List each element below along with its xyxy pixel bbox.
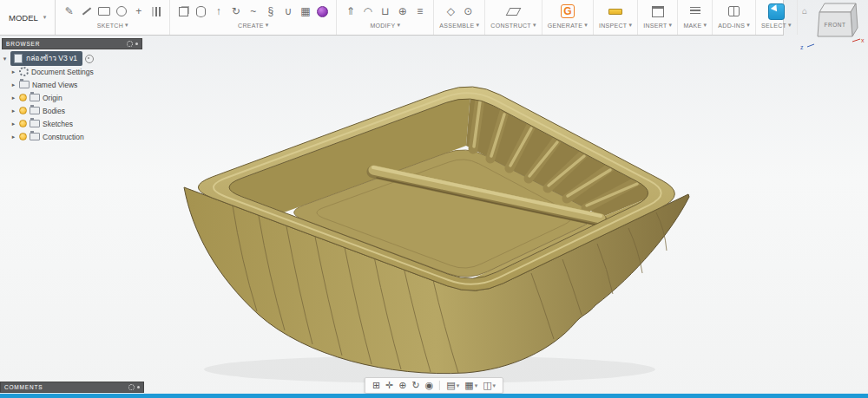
expander-icon[interactable]: ▾ (2, 55, 8, 62)
sweep-icon[interactable]: ~ (245, 3, 261, 20)
toolbar-group-label[interactable]: CONSTRUCT▾ (490, 22, 536, 29)
toolbar-group-label[interactable]: INSERT▾ (643, 22, 672, 29)
toolbar-group-label[interactable]: GENERATE▾ (548, 22, 588, 29)
comments-panel: COMMENTS (0, 382, 144, 393)
create-sketch-icon[interactable]: ✎ (61, 3, 77, 20)
toolbar-group-label[interactable]: INSPECT▾ (599, 22, 632, 29)
toolbar-group-inspect: INSPECT▾ (594, 0, 638, 35)
box-primitive-icon[interactable] (175, 3, 192, 20)
toolbar-icon-row: ◇⊙ (443, 2, 477, 21)
zoom-icon[interactable]: ⊕ (397, 380, 408, 391)
line-icon[interactable] (78, 3, 95, 20)
press-pull-icon[interactable]: ⇑ (342, 3, 358, 20)
toolbar-group-label[interactable]: ASSEMBLE▾ (439, 22, 479, 29)
select-cursor-icon[interactable] (768, 3, 785, 20)
tree-item-label: Origin (43, 94, 62, 102)
expander-icon[interactable]: ▸ (10, 95, 16, 101)
construction-plane-icon[interactable] (505, 3, 522, 20)
visibility-bulb-icon[interactable] (19, 133, 27, 140)
chevron-down-icon: ▾ (788, 22, 792, 29)
extrude-icon[interactable]: ↑ (210, 3, 227, 20)
visibility-bulb-icon[interactable] (19, 94, 27, 101)
toolbar-icon-row: ↑↻~§∪▦ (175, 2, 331, 21)
panel-handle-icon[interactable] (137, 386, 140, 388)
chevron-down-icon: ▾ (43, 14, 47, 21)
viewcube-top-face[interactable] (819, 3, 856, 12)
3d-print-icon[interactable] (687, 3, 703, 20)
create-form-icon[interactable] (314, 3, 331, 20)
mirror-icon[interactable] (148, 3, 164, 20)
shell-icon[interactable]: ⊔ (377, 3, 393, 20)
display-settings-icon[interactable]: ▤▾ (444, 380, 461, 391)
folder-icon (30, 94, 40, 101)
expander-icon[interactable]: ▸ (10, 82, 16, 88)
z-axis-label: z (800, 44, 804, 50)
viewports-icon[interactable]: ◫▾ (481, 380, 497, 391)
toolbar-group-addins: ADD-INS▾ (713, 0, 756, 35)
pattern-icon[interactable]: ▦ (297, 3, 313, 20)
toolbar-icon-row (649, 2, 666, 21)
rectangle-icon[interactable] (95, 3, 112, 20)
toolbar-group-label[interactable]: SKETCH▾ (97, 22, 128, 29)
orbit-icon[interactable]: ↻ (411, 380, 422, 391)
expander-icon[interactable]: ▸ (10, 69, 16, 75)
toolbar: MODEL ▾ ✎+SKETCH▾↑↻~§∪▦CREATE▾⇑◠⊔⊕≡MODIF… (0, 0, 784, 36)
browser-header[interactable]: BROWSER (2, 38, 142, 49)
chevron-down-icon: ▾ (457, 382, 460, 389)
z-axis-line (807, 44, 814, 47)
document-root-item[interactable]: กล่องข้าว V3 v1 (10, 51, 82, 66)
view-cube[interactable]: ⌂ FRONT x z (797, 2, 865, 57)
gear-icon[interactable] (128, 384, 135, 390)
workspace-label: MODEL (9, 13, 38, 23)
tree-item-construction[interactable]: ▸Construction (2, 130, 142, 143)
chevron-down-icon: ▾ (669, 22, 673, 29)
coil-icon[interactable]: § (262, 3, 279, 20)
fillet-icon[interactable]: ◠ (359, 3, 376, 20)
combine-icon[interactable]: ⊕ (394, 3, 411, 20)
addins-icon[interactable] (726, 3, 742, 20)
component-activate-radio[interactable] (85, 55, 94, 63)
tree-item-named-views[interactable]: ▸Named Views (2, 78, 142, 91)
new-component-icon[interactable]: ◇ (443, 3, 459, 20)
toolbar-group-label[interactable]: ADD-INS▾ (718, 22, 750, 29)
home-icon[interactable]: ⌂ (802, 6, 807, 16)
tree-item-bodies[interactable]: ▸Bodies (2, 104, 142, 117)
workspace-selector[interactable]: MODEL ▾ (0, 0, 56, 35)
sketch-point-icon[interactable]: + (130, 3, 147, 20)
panel-handle-icon[interactable] (135, 42, 138, 45)
toolbar-group-modify: ⇑◠⊔⊕≡MODIFY▾ (337, 0, 434, 35)
gear-icon[interactable] (127, 41, 133, 47)
toolbar-group-label[interactable]: SELECT▾ (761, 22, 792, 29)
toolbar-group-label[interactable]: MODIFY▾ (370, 22, 400, 29)
toolbar-group-label[interactable]: MAKE▾ (683, 22, 707, 29)
visibility-bulb-icon[interactable] (19, 120, 27, 127)
toolbar-group-label[interactable]: CREATE▾ (238, 22, 269, 29)
grid-settings-icon[interactable]: ▦▾ (463, 380, 479, 391)
tree-item-origin[interactable]: ▸Origin (2, 91, 142, 104)
expander-icon[interactable]: ▸ (10, 121, 16, 127)
circle-icon[interactable] (113, 3, 129, 20)
joint-icon[interactable]: ⊙ (460, 3, 477, 20)
fit-icon[interactable]: ⊞ (371, 380, 382, 391)
timeline-strip[interactable] (0, 394, 868, 398)
expander-icon[interactable]: ▸ (10, 134, 16, 140)
generate-icon[interactable]: G (561, 4, 575, 18)
insert-icon[interactable] (649, 3, 666, 20)
x-axis-label: x (861, 37, 865, 43)
look-at-icon[interactable]: ◉ (424, 380, 436, 391)
chevron-down-icon: ▾ (703, 22, 707, 29)
navigation-toolbar: ⊞✛⊕↻◉▤▾▦▾◫▾ (365, 377, 503, 394)
pan-icon[interactable]: ✛ (384, 380, 395, 391)
expander-icon[interactable]: ▸ (10, 108, 16, 114)
cylinder-primitive-icon[interactable] (193, 3, 209, 20)
revolve-icon[interactable]: ↻ (227, 3, 244, 20)
pipe-icon[interactable]: ∪ (279, 3, 296, 20)
browser-tree: ▾กล่องข้าว V3 v1▸Document Settings▸Named… (2, 52, 142, 143)
measure-icon[interactable] (608, 3, 624, 20)
visibility-bulb-icon[interactable] (19, 107, 27, 114)
toolbar-group-make: MAKE▾ (678, 0, 713, 35)
comments-header[interactable]: COMMENTS (0, 382, 144, 393)
tree-item-sketches[interactable]: ▸Sketches (2, 117, 142, 130)
align-icon[interactable]: ≡ (411, 3, 428, 20)
tree-item-document-settings[interactable]: ▸Document Settings (2, 65, 142, 78)
